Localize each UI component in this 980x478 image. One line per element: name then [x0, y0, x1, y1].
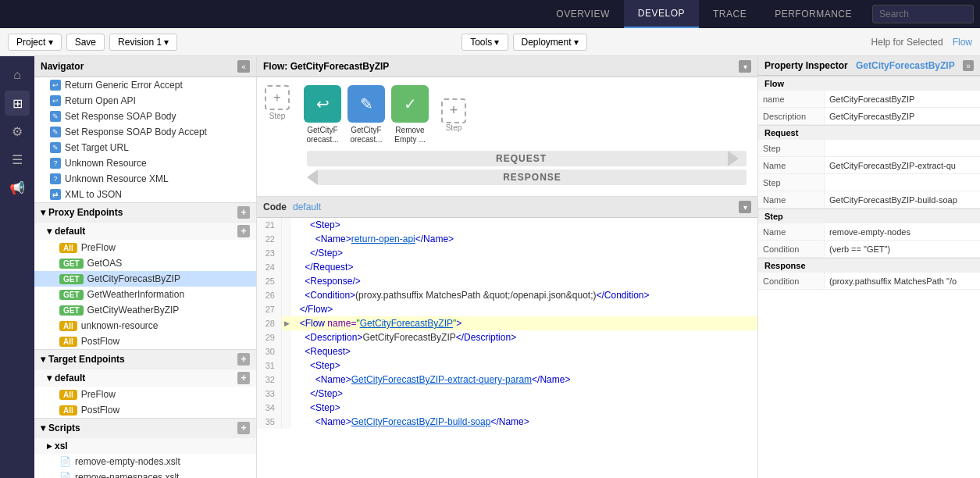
- list-item[interactable]: 📄 remove-empty-nodes.xslt: [34, 454, 256, 469]
- step-icon-2: ✎: [347, 85, 385, 123]
- navigator-header: Navigator «: [34, 56, 256, 77]
- badge-all: All: [59, 243, 77, 253]
- scripts-header[interactable]: ▾ Scripts +: [34, 418, 256, 437]
- property-value: GetCityForecastByZIP-extract-qu: [825, 157, 980, 173]
- badge-all: All: [59, 405, 77, 416]
- nav-performance-btn[interactable]: PERFORMANCE: [761, 0, 866, 28]
- code-tab-value[interactable]: default: [293, 202, 321, 212]
- step-label-left: Step: [269, 112, 286, 120]
- deployment-btn[interactable]: Deployment ▾: [513, 34, 587, 51]
- flow-step-1[interactable]: ↩ GetCityForecast...: [304, 85, 341, 144]
- list-item[interactable]: ? Unknown Resource XML: [34, 171, 256, 187]
- main-layout: ⌂ ⊞ ⚙ ☰ 📢 Navigator « ↩ Return Generic E…: [0, 56, 980, 478]
- navigator-title: Navigator: [41, 61, 84, 72]
- flow-collapse-btn[interactable]: ▾: [739, 60, 751, 73]
- list-item[interactable]: GET GetCityWeatherByZIP: [34, 302, 256, 318]
- property-section-request: Request: [758, 125, 980, 140]
- home-icon-btn[interactable]: ⌂: [5, 62, 30, 87]
- property-row: Name GetCityForecastByZIP-build-soap: [758, 191, 980, 209]
- list-item[interactable]: GET GetOAS: [34, 255, 256, 271]
- project-btn[interactable]: Project ▾: [8, 34, 62, 51]
- target-default-header[interactable]: ▾ default +: [34, 369, 256, 387]
- property-value: (verb == "GET"): [825, 241, 980, 257]
- nav-develop-btn[interactable]: DEVELOP: [624, 0, 699, 28]
- add-target-default-btn[interactable]: +: [237, 372, 250, 384]
- step-icon-3: ✓: [391, 85, 429, 123]
- list-item[interactable]: 📄 remove-namespaces.xslt: [34, 469, 256, 478]
- code-line-23: 23 </Step>: [257, 246, 757, 260]
- property-inspector-title: Property Inspector: [764, 60, 848, 71]
- list-item-selected[interactable]: GET GetCityForecastByZIP: [34, 271, 256, 287]
- package-icon-btn[interactable]: ⊞: [5, 91, 30, 116]
- list-item[interactable]: ✎ Set Target URL: [34, 140, 256, 155]
- list-item[interactable]: ↩ Return Open API: [34, 93, 256, 109]
- megaphone-icon-btn[interactable]: 📢: [5, 175, 30, 200]
- list-item[interactable]: All PreFlow: [34, 240, 256, 255]
- item-icon: ?: [50, 173, 61, 184]
- property-key: Step: [758, 174, 825, 191]
- list-item[interactable]: All PostFlow: [34, 402, 256, 418]
- list-item[interactable]: All unknown-resource: [34, 318, 256, 334]
- file-icon: 📄: [59, 472, 71, 478]
- settings-icon-btn[interactable]: ⚙: [5, 119, 30, 144]
- property-key: name: [758, 91, 825, 107]
- navigator-collapse-btn[interactable]: «: [237, 60, 250, 73]
- tools-btn[interactable]: Tools ▾: [461, 34, 508, 51]
- add-scripts-btn[interactable]: +: [237, 422, 250, 434]
- list-item[interactable]: ✎ Set Response SOAP Body: [34, 109, 256, 124]
- proxy-default-header[interactable]: ▾ default +: [34, 222, 256, 240]
- target-endpoints-label: Target Endpoints: [48, 354, 125, 365]
- proxy-endpoints-header[interactable]: ▾ Proxy Endpoints +: [34, 202, 256, 222]
- badge-all: All: [59, 390, 77, 400]
- code-line-35: 35 <Name>GetCityForecastByZIP-build-soap…: [257, 415, 757, 429]
- flow-step-3[interactable]: ✓ RemoveEmpty ...: [391, 85, 429, 144]
- xsl-header[interactable]: ▸ xsl: [34, 437, 256, 454]
- target-default-label: default: [55, 373, 85, 383]
- top-search-input[interactable]: [872, 5, 974, 23]
- code-body[interactable]: 21 <Step> 22 <Name>return-open-api</Name…: [257, 218, 757, 478]
- icon-sidebar: ⌂ ⊞ ⚙ ☰ 📢: [0, 56, 34, 478]
- nav-overview-btn[interactable]: OVERVIEW: [542, 0, 623, 28]
- response-label: RESPONSE: [326, 172, 739, 183]
- item-icon: ✎: [50, 127, 61, 137]
- property-value: remove-empty-nodes: [825, 223, 980, 240]
- list-item[interactable]: All PostFlow: [34, 334, 256, 349]
- response-arrow-icon: [307, 169, 318, 185]
- list-item[interactable]: ? Unknown Resource: [34, 155, 256, 171]
- code-header: Code default ▾: [257, 197, 757, 218]
- code-collapse-btn[interactable]: ▾: [739, 201, 751, 213]
- list-item[interactable]: ↩ Return Generic Error Accept: [34, 77, 256, 93]
- list-item[interactable]: ✎ Set Response SOAP Body Accept: [34, 124, 256, 140]
- request-pipeline-row: REQUEST: [304, 151, 750, 166]
- help-link[interactable]: Flow: [953, 37, 972, 48]
- center-panel: Flow: GetCityForecastByZIP ▾ + Step: [257, 56, 757, 478]
- add-step-btn[interactable]: +: [441, 98, 466, 123]
- property-row: Condition (verb == "GET"): [758, 241, 980, 258]
- chevron-right-icon: ▸: [47, 441, 52, 451]
- property-section-flow: Flow: [758, 76, 980, 91]
- add-target-endpoint-btn[interactable]: +: [237, 353, 250, 366]
- nav-trace-btn[interactable]: TRACE: [699, 0, 761, 28]
- flow-step-2[interactable]: ✎ GetCityForecast...: [347, 85, 385, 144]
- request-pipeline: REQUEST: [307, 151, 747, 166]
- add-proxy-default-btn[interactable]: +: [237, 225, 250, 237]
- property-key: Description: [758, 108, 825, 124]
- add-proxy-endpoint-btn[interactable]: +: [237, 206, 250, 219]
- save-btn[interactable]: Save: [66, 34, 105, 51]
- property-key: Condition: [758, 273, 825, 289]
- item-icon: ↩: [50, 95, 61, 106]
- item-icon: ?: [50, 158, 61, 169]
- xsl-label: xsl: [55, 441, 68, 451]
- add-step-btn-left[interactable]: +: [265, 85, 290, 110]
- list-item[interactable]: GET GetWeatherInformation: [34, 287, 256, 302]
- code-panel: Code default ▾ 21 <Step> 22 <Name>return…: [257, 197, 757, 478]
- property-expand-btn[interactable]: »: [963, 60, 974, 71]
- target-endpoints-header[interactable]: ▾ Target Endpoints +: [34, 349, 256, 369]
- list-item[interactable]: ⇄ XML to JSON: [34, 187, 256, 202]
- book-icon-btn[interactable]: ☰: [5, 147, 30, 172]
- list-item[interactable]: All PreFlow: [34, 387, 256, 402]
- chevron-down-icon: ▾: [41, 207, 45, 218]
- revision-btn[interactable]: Revision 1 ▾: [109, 34, 177, 51]
- property-row: Condition (proxy.pathsuffix MatchesPath …: [758, 273, 980, 290]
- step-icon-1: ↩: [304, 85, 341, 123]
